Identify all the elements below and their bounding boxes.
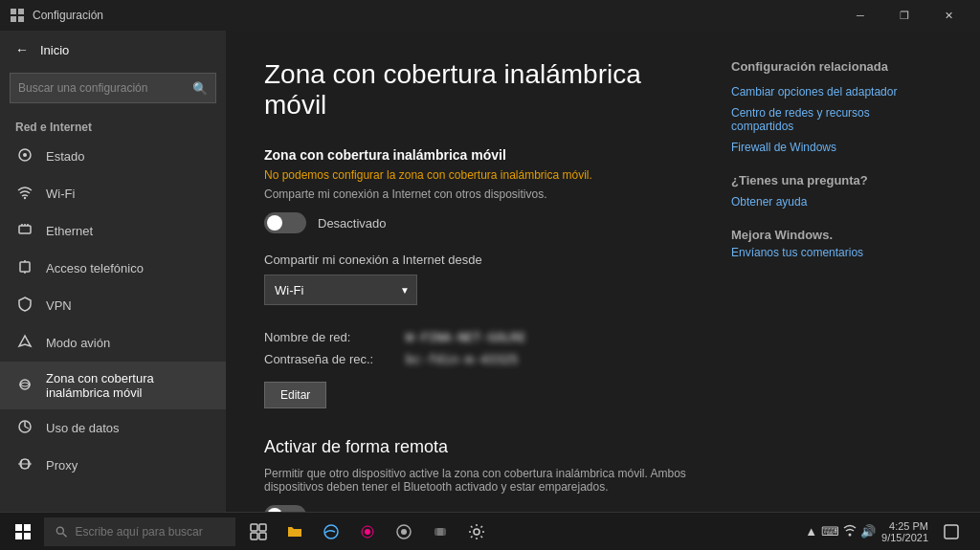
sidebar-item-label-acceso: Acceso telefónico <box>46 261 144 275</box>
acceso-icon <box>15 259 34 277</box>
password-row: Contraseña de rec.: bc-fdin-m-43325 <box>264 352 693 366</box>
svg-rect-20 <box>15 533 22 539</box>
section2-title: Activar de forma remota <box>264 437 693 457</box>
tray-icons: ▲ ⌨ 🔊 <box>805 523 876 539</box>
sidebar-item-vpn[interactable]: VPN <box>0 287 226 324</box>
password-value: bc-fdin-m-43325 <box>406 352 518 366</box>
explorer-button[interactable] <box>278 513 312 551</box>
password-label: Contraseña de rec.: <box>264 352 398 366</box>
content-main: Zona con cobertura inalámbrica móvil Zon… <box>264 59 693 483</box>
sidebar-item-estado[interactable]: Estado <box>0 138 226 175</box>
search-icon: 🔍 <box>192 81 208 96</box>
svg-point-22 <box>56 527 63 534</box>
sidebar-item-zona[interactable]: Zona con cobertura inalámbrica móvil <box>0 362 226 409</box>
modo-avion-icon <box>15 334 34 352</box>
svg-point-5 <box>23 153 27 157</box>
svg-point-14 <box>20 380 30 389</box>
sidebar-item-label-modo-avion: Modo avión <box>46 336 110 350</box>
sidebar-section-label: Red e Internet <box>0 113 226 138</box>
titlebar: Configuración ─ ❐ ✕ <box>0 0 980 31</box>
search-box[interactable]: 🔍 <box>10 73 216 103</box>
network-name-label: Nombre de red: <box>264 330 398 344</box>
app6-button[interactable] <box>423 513 457 551</box>
section2-desc: Permitir que otro dispositivo active la … <box>264 467 693 494</box>
wifi-icon <box>15 185 34 203</box>
sidebar-item-wifi[interactable]: Wi-Fi <box>0 175 226 212</box>
zona-icon <box>15 377 34 395</box>
volume-icon[interactable]: 🔊 <box>860 524 876 539</box>
svg-point-30 <box>365 529 370 535</box>
svg-rect-11 <box>20 262 30 272</box>
related-link-adapter[interactable]: Cambiar opciones del adaptador <box>731 85 942 99</box>
svg-rect-26 <box>251 533 257 539</box>
section1-title: Zona con cobertura inalámbrica móvil <box>264 147 693 163</box>
apps-button[interactable] <box>350 513 385 551</box>
svg-point-6 <box>24 197 26 199</box>
tray-arrow[interactable]: ▲ <box>805 524 817 539</box>
taskbar-search-input[interactable] <box>75 525 224 539</box>
settings-button[interactable] <box>459 513 494 551</box>
vpn-icon <box>15 297 34 315</box>
network-name-row: Nombre de red: W-FINA-NET-GOLRE <box>264 330 693 344</box>
taskbar-search-icon <box>56 525 67 539</box>
window-title: Configuración <box>33 9 838 22</box>
start-button[interactable] <box>4 513 42 551</box>
sidebar-item-label-ethernet: Ethernet <box>46 224 93 238</box>
app-body: ← Inicio 🔍 Red e Internet Estado Wi-Fi E… <box>0 31 980 512</box>
svg-line-23 <box>63 533 67 537</box>
network-name-value: W-FINA-NET-GOLRE <box>406 330 525 344</box>
minimize-button[interactable]: ─ <box>838 0 882 31</box>
svg-rect-34 <box>437 528 443 536</box>
edge-button[interactable] <box>314 513 348 551</box>
help-link[interactable]: Obtener ayuda <box>731 195 942 209</box>
sidebar-item-inicio[interactable]: ← Inicio <box>0 31 226 69</box>
sidebar-item-label-wifi: Wi-Fi <box>46 187 75 201</box>
edit-button[interactable]: Editar <box>264 382 326 408</box>
keyboard-icon[interactable]: ⌨ <box>821 524 839 539</box>
chrome-button[interactable] <box>387 513 421 551</box>
svg-rect-3 <box>18 16 24 22</box>
share-from-label: Compartir mi conexión a Internet desde <box>264 253 693 267</box>
toggle2-row: Activado <box>264 505 693 512</box>
feedback-link[interactable]: Envíanos tus comentarios <box>731 246 942 259</box>
clock: 4:25 PM 9/15/2021 <box>881 520 928 543</box>
sidebar-item-uso-datos[interactable]: Uso de datos <box>0 409 226 447</box>
sidebar-item-ethernet[interactable]: Ethernet <box>0 212 226 250</box>
titlebar-icon <box>10 8 25 23</box>
proxy-icon <box>15 456 34 474</box>
svg-rect-27 <box>259 533 266 539</box>
svg-rect-18 <box>15 524 22 531</box>
toggle1[interactable] <box>264 212 306 233</box>
clock-time: 4:25 PM <box>881 520 928 532</box>
close-button[interactable]: ✕ <box>926 0 970 31</box>
taskbar-search-box[interactable] <box>44 517 235 546</box>
content-sidebar: Configuración relacionada Cambiar opcion… <box>731 59 942 483</box>
related-link-firewall[interactable]: Firewall de Windows <box>731 141 942 154</box>
question-title: ¿Tienes una pregunta? <box>731 173 942 187</box>
improve-title: Mejora Windows. <box>731 228 942 242</box>
toggle1-knob <box>267 215 282 231</box>
sidebar-item-acceso[interactable]: Acceso telefónico <box>0 250 226 287</box>
svg-rect-7 <box>19 226 31 233</box>
taskview-button[interactable] <box>241 513 276 551</box>
network-tray-icon[interactable] <box>843 523 857 539</box>
svg-rect-0 <box>11 9 16 14</box>
sidebar-item-label-estado: Estado <box>46 149 84 164</box>
svg-point-32 <box>401 529 407 535</box>
related-title: Configuración relacionada <box>731 59 942 74</box>
uso-datos-icon <box>15 419 34 437</box>
search-input[interactable] <box>18 81 192 95</box>
toggle1-row: Desactivado <box>264 212 693 233</box>
maximize-button[interactable]: ❐ <box>882 0 926 31</box>
share-from-dropdown[interactable]: Wi-Fi Ethernet <box>264 275 417 305</box>
sidebar-item-label-uso-datos: Uso de datos <box>46 421 120 435</box>
sidebar-item-proxy[interactable]: Proxy <box>0 447 226 484</box>
related-link-network-center[interactable]: Centro de redes y recursos compartidos <box>731 106 942 133</box>
sidebar-item-label-proxy: Proxy <box>46 458 78 473</box>
svg-rect-24 <box>251 524 257 531</box>
notification-button[interactable] <box>934 513 969 551</box>
toggle2[interactable] <box>264 505 306 512</box>
sidebar-item-modo-avion[interactable]: Modo avión <box>0 324 226 362</box>
svg-rect-1 <box>18 9 24 14</box>
sidebar-item-label-vpn: VPN <box>46 298 72 313</box>
